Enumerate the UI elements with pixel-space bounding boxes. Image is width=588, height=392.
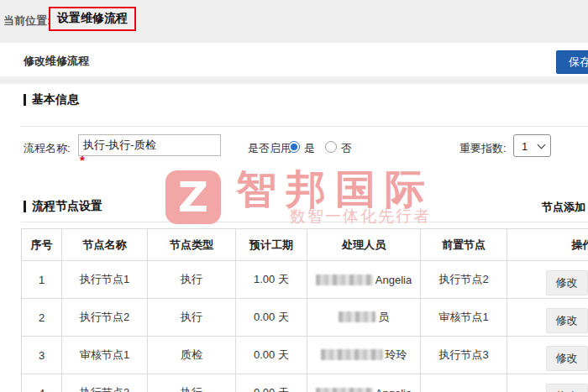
table-row: 3审核节点1质检0.00 天玲玲执行节点3修改 [22, 337, 588, 374]
predecessor-cell [421, 374, 507, 392]
required-marker: * [80, 156, 85, 165]
enabled-yes-radio[interactable] [288, 141, 300, 153]
brand-logo-icon: Z [165, 170, 221, 224]
node-name-cell: 审核节点1 [62, 337, 148, 374]
operation-cell: 修改 [507, 261, 588, 299]
row-index-cell: 1 [22, 261, 62, 299]
operation-cell: 修改 [507, 374, 588, 392]
table-header-row: 序号 节点名称 节点类型 预计工期 处理人员 前置节点 操作 [22, 229, 588, 261]
breadcrumb-bar: 当前位置: 设置维修流程 [0, 0, 588, 43]
predecessor-cell: 执行节点2 [421, 261, 507, 299]
col-header-handler: 处理人员 [307, 229, 421, 261]
enabled-yes-label: 是 [304, 141, 315, 156]
importance-value: 1 [522, 140, 528, 153]
handler-name-suffix: 员 [378, 311, 389, 323]
page-title: 修改维修流程 [24, 54, 89, 69]
handler-cell: 玲玲 [307, 337, 421, 374]
table-row: 4执行节点3执行0.00 天Angelia修改 [22, 374, 588, 392]
handler-name-suffix: 玲玲 [386, 348, 407, 361]
handler-name-suffix: Angelia [375, 387, 412, 392]
node-name-cell: 执行节点1 [62, 261, 148, 299]
page: 当前位置: 设置维修流程 修改维修流程 保存 基本信息 流程名称: * 是否启用… [0, 0, 588, 392]
brand-watermark-tagline: 数智一体化先行者 [290, 206, 431, 227]
col-header-node-name: 节点名称 [62, 229, 148, 261]
basic-info-section-title: 基本信息 [24, 92, 79, 107]
node-type-cell: 执行 [148, 261, 236, 299]
handler-name-suffix: Angelia [375, 274, 412, 286]
row-index-cell: 2 [22, 299, 62, 337]
add-node-button[interactable]: 节点添加 [542, 200, 585, 215]
col-header-predecessor: 前置节点 [421, 229, 507, 261]
importance-select[interactable]: 1 [513, 134, 551, 157]
modify-button[interactable]: 修改 [546, 270, 588, 295]
operation-cell: 修改 [507, 337, 588, 374]
node-type-cell: 质检 [148, 337, 236, 374]
predecessor-cell: 审核节点1 [421, 299, 507, 337]
predecessor-cell: 执行节点3 [421, 337, 507, 374]
divider-strip [0, 76, 588, 84]
enabled-no-radio[interactable] [325, 141, 337, 153]
enabled-label: 是否启用: [248, 141, 295, 156]
brand-watermark-text: 智邦国际 [236, 163, 434, 217]
modify-button[interactable]: 修改 [546, 308, 588, 333]
redacted-name [316, 388, 373, 392]
col-header-index: 序号 [22, 229, 62, 261]
node-table-body: 1执行节点1执行1.00 天Angelia执行节点2修改2执行节点2执行0.00… [22, 261, 588, 392]
node-type-cell: 执行 [148, 374, 236, 392]
row-index-cell: 3 [22, 337, 62, 374]
process-name-input[interactable] [78, 134, 221, 156]
modify-button[interactable]: 修改 [546, 384, 588, 392]
duration-cell: 1.00 天 [236, 261, 307, 299]
redacted-name [339, 311, 375, 322]
handler-cell: Angelia [307, 374, 421, 392]
importance-label: 重要指数: [459, 141, 507, 156]
section-marker [24, 201, 26, 212]
redacted-name [321, 349, 383, 360]
node-name-cell: 执行节点2 [62, 299, 148, 337]
divider-line [21, 222, 588, 222]
table-row: 1执行节点1执行1.00 天Angelia执行节点2修改 [22, 261, 588, 299]
duration-cell: 0.00 天 [236, 337, 307, 374]
process-name-label: 流程名称: [24, 141, 71, 156]
redacted-name [316, 274, 373, 285]
col-header-node-type: 节点类型 [148, 229, 236, 261]
col-header-duration: 预计工期 [236, 229, 307, 261]
node-type-cell: 执行 [148, 299, 236, 337]
chevron-down-icon [538, 141, 546, 149]
node-table: 序号 节点名称 节点类型 预计工期 处理人员 前置节点 操作 1执行节点1执行1… [21, 228, 588, 392]
handler-cell: 员 [307, 299, 421, 337]
modify-button[interactable]: 修改 [546, 346, 588, 371]
row-index-cell: 4 [22, 374, 62, 392]
enabled-no-label: 否 [341, 141, 352, 156]
duration-cell: 0.00 天 [236, 299, 307, 337]
breadcrumb-current-page: 设置维修流程 [49, 7, 136, 31]
section-marker [24, 94, 26, 106]
node-name-cell: 执行节点3 [62, 374, 148, 392]
handler-cell: Angelia [307, 261, 421, 299]
table-row: 2执行节点2执行0.00 天员审核节点1修改 [22, 299, 588, 337]
save-button[interactable]: 保存 [556, 50, 588, 74]
divider-line [21, 126, 588, 127]
breadcrumb-label: 当前位置: [3, 13, 50, 29]
duration-cell: 0.00 天 [236, 374, 307, 392]
col-header-operation: 操作 [507, 229, 588, 261]
operation-cell: 修改 [507, 299, 588, 337]
node-settings-section-title: 流程节点设置 [24, 199, 102, 214]
